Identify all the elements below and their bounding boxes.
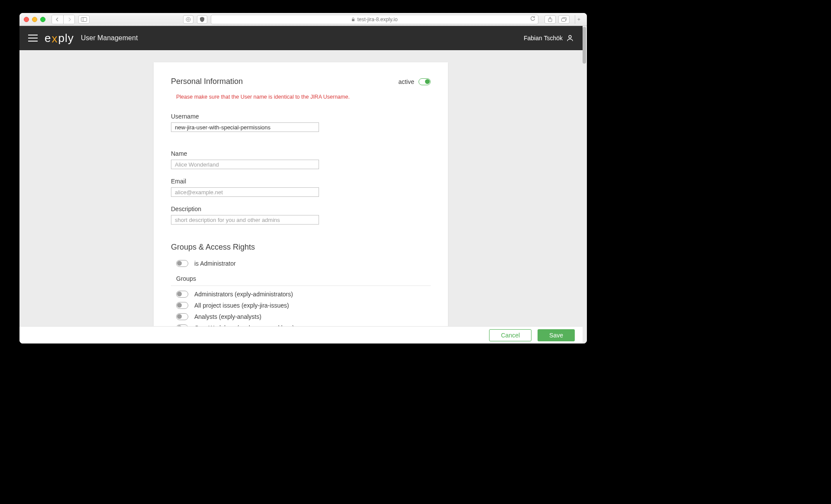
active-toggle[interactable]	[419, 78, 431, 85]
email-input[interactable]	[171, 187, 319, 197]
cancel-button[interactable]: Cancel	[489, 329, 531, 341]
section-title-personal: Personal Information	[171, 77, 243, 86]
logo-part: ply	[58, 32, 74, 45]
user-form-card: Personal Information active Please make …	[154, 62, 448, 326]
svg-rect-4	[352, 19, 354, 21]
scrollbar-thumb[interactable]	[583, 27, 586, 64]
field-email: Email	[171, 178, 431, 197]
group-label: Analysts (exply-analysts)	[194, 313, 261, 320]
user-menu[interactable]: Fabian Tschök	[524, 34, 574, 42]
address-bar[interactable]: test-jira-8.exply.io	[211, 15, 538, 24]
name-label: Name	[171, 150, 431, 157]
group-toggle[interactable]	[176, 313, 188, 320]
is-admin-toggle[interactable]	[176, 260, 188, 267]
save-label: Save	[549, 332, 563, 339]
user-name: Fabian Tschök	[524, 35, 563, 42]
tabs-button[interactable]	[558, 15, 570, 24]
groups-subtitle: Groups	[176, 275, 431, 282]
sidebar-toggle-button[interactable]	[78, 15, 90, 24]
cancel-label: Cancel	[501, 332, 520, 339]
app-viewport: exply User Management Fabian Tschök Pers…	[19, 26, 587, 343]
footer-bar: Cancel Save	[19, 326, 583, 343]
username-warning: Please make sure that the User name is i…	[176, 94, 431, 100]
browser-toolbar: test-jira-8.exply.io +	[19, 13, 587, 26]
close-window-button[interactable]	[24, 17, 29, 22]
group-row: Own Work logs (exply-own-worklogs)	[171, 322, 431, 326]
group-row: Analysts (exply-analysts)	[171, 311, 431, 322]
privacy-shield-button[interactable]	[197, 15, 207, 24]
section-title-groups: Groups & Access Rights	[171, 243, 431, 252]
new-tab-button[interactable]: +	[575, 15, 583, 24]
content-area: Personal Information active Please make …	[19, 50, 583, 326]
is-admin-label: is Administrator	[194, 260, 236, 267]
field-username: Username	[171, 113, 431, 132]
save-button[interactable]: Save	[538, 329, 575, 341]
is-admin-row: is Administrator	[171, 258, 431, 269]
maximize-window-button[interactable]	[40, 17, 45, 22]
share-button[interactable]	[544, 15, 556, 24]
user-icon	[566, 34, 574, 42]
field-name: Name	[171, 150, 431, 169]
menu-button[interactable]	[28, 35, 38, 42]
username-label: Username	[171, 113, 431, 120]
page-title: User Management	[81, 34, 138, 42]
group-toggle[interactable]	[176, 291, 188, 298]
group-label: Administrators (exply-administrators)	[194, 291, 293, 298]
description-label: Description	[171, 205, 431, 212]
group-label: All project issues (exply-jira-issues)	[194, 302, 289, 309]
lock-icon	[351, 17, 355, 22]
divider	[171, 286, 431, 286]
email-label: Email	[171, 178, 431, 185]
toolbar-right	[544, 15, 570, 24]
logo-part: e	[45, 32, 51, 45]
window-controls	[24, 17, 45, 22]
svg-point-8	[569, 35, 571, 38]
reader-button[interactable]	[183, 15, 193, 24]
address-text: test-jira-8.exply.io	[357, 16, 397, 22]
active-label: active	[398, 78, 414, 85]
forward-button[interactable]	[63, 15, 74, 24]
group-row: All project issues (exply-jira-issues)	[171, 300, 431, 311]
description-input[interactable]	[171, 215, 319, 225]
name-input[interactable]	[171, 160, 319, 169]
nav-buttons	[52, 15, 75, 24]
svg-point-3	[187, 19, 189, 20]
logo[interactable]: exply	[45, 32, 74, 45]
svg-rect-7	[562, 18, 566, 21]
minimize-window-button[interactable]	[32, 17, 37, 22]
field-description: Description	[171, 205, 431, 225]
back-button[interactable]	[52, 15, 63, 24]
group-row: Administrators (exply-administrators)	[171, 289, 431, 300]
app-header: exply User Management Fabian Tschök	[19, 26, 583, 50]
browser-window: test-jira-8.exply.io + exply	[19, 13, 587, 343]
group-toggle[interactable]	[176, 302, 188, 309]
logo-part: x	[52, 32, 58, 45]
reload-button[interactable]	[530, 16, 535, 22]
svg-rect-0	[81, 17, 87, 21]
username-input[interactable]	[171, 122, 319, 132]
svg-point-2	[186, 17, 190, 22]
